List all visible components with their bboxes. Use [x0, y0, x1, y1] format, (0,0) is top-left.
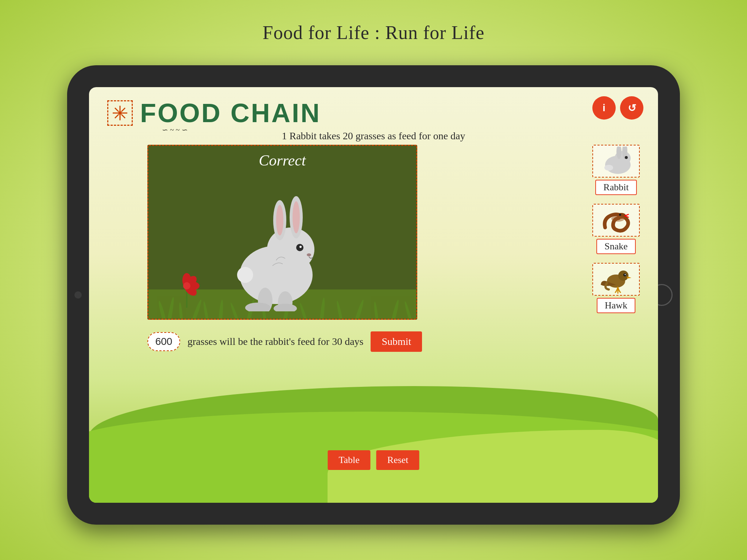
svg-point-17 — [178, 302, 183, 319]
snake-label: Snake — [596, 239, 636, 254]
svg-point-35 — [276, 205, 283, 236]
reset-button[interactable]: Reset — [376, 450, 419, 470]
svg-line-6 — [121, 114, 125, 118]
svg-line-5 — [115, 108, 119, 112]
animal-card-hawk[interactable]: Hawk — [589, 263, 643, 313]
svg-point-56 — [618, 271, 628, 281]
info-button[interactable]: i — [592, 96, 616, 120]
rabbit-scene — [148, 172, 416, 319]
question-text: 1 Rabbit takes 20 grasses as feed for on… — [282, 130, 465, 142]
tablet-screen: FOOD CHAIN ∽ ~ ~ ∽ i ↺ 1 Rabbit takes 20… — [89, 87, 658, 503]
birds-decoration: ∽ ~ ~ ∽ — [162, 125, 188, 134]
input-description: grasses will be the rabbit's feed for 30… — [187, 336, 363, 347]
hawk-image-box — [592, 263, 640, 296]
animal-cards-panel: Rabbit Snake — [589, 145, 643, 313]
top-action-buttons: i ↺ — [592, 96, 643, 120]
food-chain-title: FOOD CHAIN — [140, 98, 321, 128]
submit-button[interactable]: Submit — [371, 331, 422, 352]
main-display-box: Correct — [147, 145, 417, 320]
svg-point-15 — [158, 300, 169, 319]
snake-card-icon — [598, 206, 634, 235]
rabbit-image-box — [592, 145, 640, 178]
svg-point-30 — [389, 299, 400, 319]
svg-point-16 — [165, 297, 175, 319]
svg-point-19 — [202, 301, 210, 319]
svg-point-31 — [404, 301, 414, 319]
svg-line-7 — [121, 108, 125, 112]
svg-point-27 — [336, 300, 345, 319]
page-title: Food for Life : Run for Life — [263, 22, 485, 43]
app-header: FOOD CHAIN — [107, 98, 321, 128]
svg-point-43 — [237, 267, 253, 283]
input-area: grasses will be the rabbit's feed for 30… — [147, 331, 422, 352]
grass-count-input[interactable] — [147, 332, 180, 351]
svg-point-0 — [118, 111, 122, 115]
svg-point-39 — [299, 246, 302, 248]
svg-point-45 — [274, 304, 297, 311]
animal-card-snake[interactable]: Snake — [589, 204, 643, 254]
rabbit-label: Rabbit — [595, 180, 636, 195]
snake-image-box — [592, 204, 640, 237]
svg-point-18 — [188, 299, 203, 319]
svg-point-51 — [604, 165, 613, 171]
hawk-label: Hawk — [597, 298, 635, 313]
svg-point-37 — [293, 201, 300, 233]
tablet-device: FOOD CHAIN ∽ ~ ~ ∽ i ↺ 1 Rabbit takes 20… — [67, 65, 680, 525]
rabbit-illustration — [221, 195, 331, 311]
camera-dot — [74, 291, 82, 299]
correct-label: Correct — [259, 146, 306, 172]
svg-point-54 — [611, 216, 624, 222]
svg-point-53 — [619, 214, 621, 216]
table-button[interactable]: Table — [328, 450, 370, 470]
svg-line-8 — [115, 114, 119, 118]
rabbit-card-icon — [598, 147, 634, 176]
svg-point-28 — [352, 299, 365, 319]
svg-point-40 — [307, 253, 311, 256]
animal-card-rabbit[interactable]: Rabbit — [589, 145, 643, 195]
replay-button[interactable]: ↺ — [620, 96, 643, 120]
svg-point-58 — [625, 274, 626, 275]
svg-point-50 — [625, 156, 628, 159]
svg-point-29 — [373, 302, 379, 319]
hawk-card-icon — [598, 265, 634, 294]
bottom-buttons: Table Reset — [328, 450, 419, 470]
logo-icon — [107, 100, 133, 126]
